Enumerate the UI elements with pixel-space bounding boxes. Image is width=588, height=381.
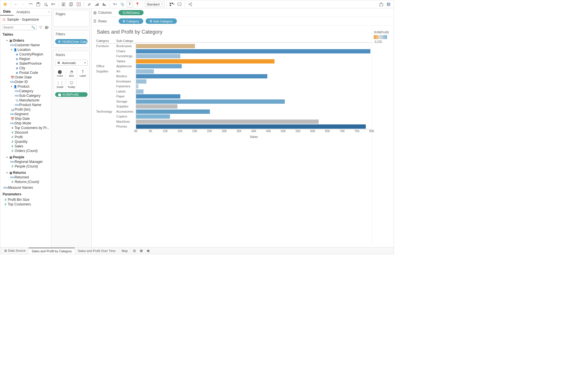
bar[interactable] <box>136 99 285 104</box>
subcategory-label[interactable]: Accessories <box>116 109 136 114</box>
back-button[interactable]: ← <box>13 1 19 7</box>
field-segment[interactable]: AbcSegment <box>0 112 51 116</box>
category-label[interactable]: Technology <box>96 109 116 114</box>
filter-icon[interactable]: ▽ <box>38 25 43 30</box>
field-measure-names[interactable]: AbcMeasure Names <box>0 185 51 190</box>
field-profit-bin[interactable]: 📊Profit (bin) <box>0 107 51 112</box>
field-city[interactable]: ⊕City <box>0 66 51 70</box>
field-location[interactable]: ▾👤Location <box>0 47 51 52</box>
bar[interactable] <box>136 79 146 84</box>
field-orders-count[interactable]: #Orders (Count) <box>0 149 51 153</box>
subcategory-label[interactable]: Labels <box>116 89 136 94</box>
presentation-button[interactable] <box>176 1 183 7</box>
table-people[interactable]: ▾▦People <box>0 155 51 159</box>
subcategory-label[interactable]: Machines <box>116 119 136 124</box>
subcategory-label[interactable]: Appliances <box>116 64 136 69</box>
subcategory-label[interactable]: Art <box>116 69 136 74</box>
field-postal[interactable]: ⊕Postal Code <box>0 70 51 75</box>
tab-sheet-1[interactable]: Sales and Profit by Category <box>29 248 75 254</box>
subcategory-label[interactable]: Fasteners <box>116 84 136 89</box>
bar[interactable] <box>136 64 182 68</box>
rows-pill-category[interactable]: ⊞Category <box>119 18 143 24</box>
category-label[interactable] <box>96 79 116 84</box>
bar[interactable] <box>136 59 274 63</box>
new-data-button[interactable] <box>42 1 49 7</box>
field-returned[interactable]: AbcReturned <box>0 175 51 180</box>
new-worksheet-button[interactable] <box>61 1 67 7</box>
bar[interactable] <box>136 120 319 124</box>
undo-button[interactable] <box>28 1 34 7</box>
refresh-dropdown[interactable]: ⟳▾ <box>50 1 56 7</box>
category-label[interactable] <box>96 59 116 64</box>
field-top-customers[interactable]: ✦Top Customers by Pr... <box>0 126 51 130</box>
show-me-button[interactable]: ▾ <box>169 1 175 7</box>
filter-pill-year[interactable]: ⊞YEAR(Order Date.. <box>55 39 88 44</box>
share-button[interactable] <box>187 1 193 7</box>
collapse-panel-icon[interactable]: ‹ <box>48 10 49 14</box>
field-people-count[interactable]: #People (Count) <box>0 164 51 169</box>
new-worksheet-icon[interactable]: ▥ <box>131 249 138 253</box>
field-regional-manager[interactable]: AbcRegional Manager <box>0 159 51 164</box>
datasource-row[interactable]: ⊞ Sample - Superstore <box>0 16 51 23</box>
field-order-date[interactable]: 📅Order Date <box>0 75 51 80</box>
marks-type-dropdown[interactable]: 〓Automatic▾ <box>55 60 88 66</box>
bar[interactable] <box>136 84 138 88</box>
view-icon[interactable]: ▦▾ <box>44 25 49 30</box>
subcategory-header[interactable]: Sub-Catego.. <box>116 39 136 44</box>
subcategory-label[interactable]: Storage <box>116 99 136 104</box>
category-label[interactable] <box>96 94 116 99</box>
new-dashboard-icon[interactable]: ▦ <box>138 249 145 253</box>
field-quantity[interactable]: #Quantity <box>0 139 51 144</box>
columns-shelf[interactable]: ▥Columns SUM(Sales) <box>92 8 394 17</box>
bar[interactable] <box>136 54 180 58</box>
table-returns[interactable]: ▾▦Returns <box>0 170 51 175</box>
field-profit[interactable]: #Profit <box>0 135 51 139</box>
field-customer-name[interactable]: AbcCustomer Name <box>0 43 51 47</box>
field-subcategory[interactable]: AbcSub-Category <box>0 93 51 98</box>
category-label[interactable]: Office Supplies <box>96 64 116 69</box>
subcategory-label[interactable]: Chairs <box>116 49 136 54</box>
fit-dropdown[interactable]: Standard▾ <box>145 2 165 7</box>
tab-sheet-2[interactable]: Sales and Profit Over Time <box>75 248 119 254</box>
category-label[interactable] <box>96 124 116 129</box>
field-product[interactable]: ▾👤Product <box>0 84 51 89</box>
table-orders[interactable]: ▾▦Orders <box>0 38 51 43</box>
color-legend[interactable]: SUM(Profit) -3,210 <box>372 29 389 244</box>
sort-desc-button[interactable] <box>101 1 107 7</box>
new-story-icon[interactable]: ▣ <box>145 249 152 253</box>
category-label[interactable] <box>96 74 116 79</box>
tab-data-source[interactable]: ⊞Data Source <box>1 248 29 254</box>
attach-button[interactable]: 📎 <box>119 1 125 7</box>
category-label[interactable] <box>96 54 116 59</box>
param-top-customers[interactable]: #Top Customers <box>0 202 51 207</box>
data-tab[interactable]: Data <box>0 8 13 16</box>
subcategory-label[interactable]: Copiers <box>116 114 136 119</box>
bar[interactable] <box>136 104 177 109</box>
bar[interactable] <box>136 49 370 53</box>
duplicate-button[interactable] <box>68 1 74 7</box>
category-header[interactable]: Category <box>96 39 116 44</box>
rows-shelf[interactable]: ☰Rows ⊞Category ⊞Sub-Category <box>92 17 394 26</box>
category-label[interactable] <box>96 49 116 54</box>
category-label[interactable] <box>96 114 116 119</box>
subcategory-label[interactable]: Envelopes <box>116 79 136 84</box>
bar[interactable] <box>136 114 170 119</box>
field-sales[interactable]: #Sales <box>0 144 51 149</box>
field-category[interactable]: AbcCategory <box>0 89 51 93</box>
save-button[interactable] <box>35 1 41 7</box>
category-label[interactable] <box>96 89 116 94</box>
analytics-tab[interactable]: Analytics <box>13 9 33 16</box>
swap-button[interactable]: ⇄ <box>86 1 92 7</box>
mark-pill-profit[interactable]: ⬤SUM(Profit) <box>55 92 88 97</box>
category-label[interactable] <box>96 84 116 89</box>
field-order-id[interactable]: AbcOrder ID <box>0 80 51 84</box>
bar[interactable] <box>136 89 144 94</box>
subcategory-label[interactable]: Tables <box>116 59 136 64</box>
field-region[interactable]: ⊕Region <box>0 57 51 61</box>
bar[interactable] <box>136 109 210 114</box>
marks-detail[interactable]: ⋮⋮Detail <box>55 79 65 90</box>
marks-color[interactable]: ⬤Color <box>55 68 65 79</box>
field-ship-date[interactable]: 📅Ship Date <box>0 116 51 121</box>
field-product-name[interactable]: AbcProduct Name <box>0 103 51 107</box>
showme-panel-icon[interactable] <box>386 1 392 7</box>
